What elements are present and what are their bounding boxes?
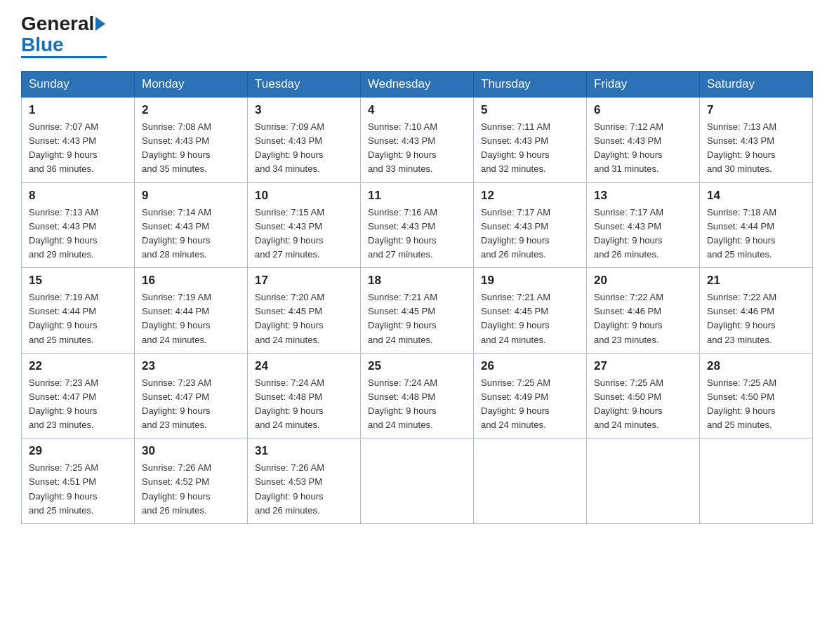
day-info: Sunrise: 7:12 AMSunset: 4:43 PMDaylight:… bbox=[594, 121, 663, 174]
day-info: Sunrise: 7:11 AMSunset: 4:43 PMDaylight:… bbox=[481, 121, 550, 174]
weekday-header-row: SundayMondayTuesdayWednesdayThursdayFrid… bbox=[22, 72, 813, 98]
day-number: 13 bbox=[594, 189, 692, 203]
calendar-cell: 30 Sunrise: 7:26 AMSunset: 4:52 PMDaylig… bbox=[135, 438, 248, 524]
calendar-cell bbox=[700, 438, 813, 524]
day-number: 18 bbox=[368, 274, 466, 288]
calendar-cell: 27 Sunrise: 7:25 AMSunset: 4:50 PMDaylig… bbox=[587, 353, 700, 438]
calendar-cell: 10 Sunrise: 7:15 AMSunset: 4:43 PMDaylig… bbox=[248, 182, 361, 268]
day-number: 30 bbox=[142, 444, 240, 458]
page-header: General Blue bbox=[21, 14, 813, 58]
day-number: 8 bbox=[29, 189, 127, 203]
weekday-header-tuesday: Tuesday bbox=[248, 72, 361, 98]
day-number: 1 bbox=[29, 103, 127, 117]
calendar-cell bbox=[587, 438, 700, 524]
calendar-cell: 28 Sunrise: 7:25 AMSunset: 4:50 PMDaylig… bbox=[700, 353, 813, 438]
calendar-cell: 9 Sunrise: 7:14 AMSunset: 4:43 PMDayligh… bbox=[135, 182, 248, 268]
calendar-cell: 15 Sunrise: 7:19 AMSunset: 4:44 PMDaylig… bbox=[22, 268, 135, 354]
day-number: 9 bbox=[142, 189, 240, 203]
calendar-cell: 14 Sunrise: 7:18 AMSunset: 4:44 PMDaylig… bbox=[700, 182, 813, 268]
day-number: 24 bbox=[255, 359, 353, 373]
calendar-cell: 31 Sunrise: 7:26 AMSunset: 4:53 PMDaylig… bbox=[248, 438, 361, 524]
weekday-header-thursday: Thursday bbox=[474, 72, 587, 98]
day-info: Sunrise: 7:07 AMSunset: 4:43 PMDaylight:… bbox=[29, 121, 98, 174]
day-number: 2 bbox=[142, 103, 240, 117]
week-row-4: 22 Sunrise: 7:23 AMSunset: 4:47 PMDaylig… bbox=[22, 353, 813, 438]
weekday-header-wednesday: Wednesday bbox=[361, 72, 474, 98]
calendar-cell: 12 Sunrise: 7:17 AMSunset: 4:43 PMDaylig… bbox=[474, 182, 587, 268]
calendar-cell bbox=[474, 438, 587, 524]
day-number: 14 bbox=[707, 189, 805, 203]
day-info: Sunrise: 7:24 AMSunset: 4:48 PMDaylight:… bbox=[255, 377, 324, 430]
day-info: Sunrise: 7:22 AMSunset: 4:46 PMDaylight:… bbox=[594, 292, 663, 344]
calendar-cell: 18 Sunrise: 7:21 AMSunset: 4:45 PMDaylig… bbox=[361, 268, 474, 354]
calendar-cell: 25 Sunrise: 7:24 AMSunset: 4:48 PMDaylig… bbox=[361, 353, 474, 438]
calendar-cell: 4 Sunrise: 7:10 AMSunset: 4:43 PMDayligh… bbox=[361, 98, 474, 183]
logo-underline bbox=[21, 56, 107, 58]
logo-blue-text: Blue bbox=[21, 35, 64, 55]
day-info: Sunrise: 7:26 AMSunset: 4:52 PMDaylight:… bbox=[142, 462, 211, 515]
day-info: Sunrise: 7:20 AMSunset: 4:45 PMDaylight:… bbox=[255, 292, 324, 344]
day-info: Sunrise: 7:25 AMSunset: 4:51 PMDaylight:… bbox=[29, 462, 98, 515]
calendar-cell: 23 Sunrise: 7:23 AMSunset: 4:47 PMDaylig… bbox=[135, 353, 248, 438]
day-number: 16 bbox=[142, 274, 240, 288]
day-number: 7 bbox=[707, 103, 805, 117]
calendar-cell: 24 Sunrise: 7:24 AMSunset: 4:48 PMDaylig… bbox=[248, 353, 361, 438]
week-row-2: 8 Sunrise: 7:13 AMSunset: 4:43 PMDayligh… bbox=[22, 182, 813, 268]
day-info: Sunrise: 7:23 AMSunset: 4:47 PMDaylight:… bbox=[29, 377, 98, 430]
calendar-cell: 26 Sunrise: 7:25 AMSunset: 4:49 PMDaylig… bbox=[474, 353, 587, 438]
week-row-3: 15 Sunrise: 7:19 AMSunset: 4:44 PMDaylig… bbox=[22, 268, 813, 354]
logo: General Blue bbox=[21, 14, 107, 58]
calendar-cell: 29 Sunrise: 7:25 AMSunset: 4:51 PMDaylig… bbox=[22, 438, 135, 524]
calendar-cell: 8 Sunrise: 7:13 AMSunset: 4:43 PMDayligh… bbox=[22, 182, 135, 268]
calendar-cell: 22 Sunrise: 7:23 AMSunset: 4:47 PMDaylig… bbox=[22, 353, 135, 438]
calendar-cell: 3 Sunrise: 7:09 AMSunset: 4:43 PMDayligh… bbox=[248, 98, 361, 183]
weekday-header-friday: Friday bbox=[587, 72, 700, 98]
calendar-cell: 16 Sunrise: 7:19 AMSunset: 4:44 PMDaylig… bbox=[135, 268, 248, 354]
day-number: 4 bbox=[368, 103, 466, 117]
day-info: Sunrise: 7:13 AMSunset: 4:43 PMDaylight:… bbox=[707, 121, 776, 174]
day-number: 5 bbox=[481, 103, 579, 117]
weekday-header-sunday: Sunday bbox=[22, 72, 135, 98]
day-number: 22 bbox=[29, 359, 127, 373]
day-info: Sunrise: 7:08 AMSunset: 4:43 PMDaylight:… bbox=[142, 121, 211, 174]
day-info: Sunrise: 7:17 AMSunset: 4:43 PMDaylight:… bbox=[481, 207, 550, 260]
day-number: 10 bbox=[255, 189, 353, 203]
day-number: 31 bbox=[255, 444, 353, 458]
day-number: 15 bbox=[29, 274, 127, 288]
calendar-table: SundayMondayTuesdayWednesdayThursdayFrid… bbox=[21, 71, 813, 524]
weekday-header-monday: Monday bbox=[135, 72, 248, 98]
day-number: 6 bbox=[594, 103, 692, 117]
day-info: Sunrise: 7:14 AMSunset: 4:43 PMDaylight:… bbox=[142, 207, 211, 260]
calendar-cell: 2 Sunrise: 7:08 AMSunset: 4:43 PMDayligh… bbox=[135, 98, 248, 183]
calendar-cell: 19 Sunrise: 7:21 AMSunset: 4:45 PMDaylig… bbox=[474, 268, 587, 354]
day-info: Sunrise: 7:18 AMSunset: 4:44 PMDaylight:… bbox=[707, 207, 776, 260]
calendar-cell: 20 Sunrise: 7:22 AMSunset: 4:46 PMDaylig… bbox=[587, 268, 700, 354]
day-number: 20 bbox=[594, 274, 692, 288]
calendar-cell: 11 Sunrise: 7:16 AMSunset: 4:43 PMDaylig… bbox=[361, 182, 474, 268]
day-info: Sunrise: 7:13 AMSunset: 4:43 PMDaylight:… bbox=[29, 207, 98, 260]
day-info: Sunrise: 7:23 AMSunset: 4:47 PMDaylight:… bbox=[142, 377, 211, 430]
calendar-cell: 5 Sunrise: 7:11 AMSunset: 4:43 PMDayligh… bbox=[474, 98, 587, 183]
day-info: Sunrise: 7:19 AMSunset: 4:44 PMDaylight:… bbox=[142, 292, 211, 344]
day-info: Sunrise: 7:24 AMSunset: 4:48 PMDaylight:… bbox=[368, 377, 437, 430]
day-number: 27 bbox=[594, 359, 692, 373]
day-number: 19 bbox=[481, 274, 579, 288]
day-info: Sunrise: 7:09 AMSunset: 4:43 PMDaylight:… bbox=[255, 121, 324, 174]
day-number: 17 bbox=[255, 274, 353, 288]
calendar-cell: 13 Sunrise: 7:17 AMSunset: 4:43 PMDaylig… bbox=[587, 182, 700, 268]
day-info: Sunrise: 7:15 AMSunset: 4:43 PMDaylight:… bbox=[255, 207, 324, 260]
day-info: Sunrise: 7:26 AMSunset: 4:53 PMDaylight:… bbox=[255, 462, 324, 515]
day-number: 26 bbox=[481, 359, 579, 373]
calendar-cell: 21 Sunrise: 7:22 AMSunset: 4:46 PMDaylig… bbox=[700, 268, 813, 354]
calendar-cell: 1 Sunrise: 7:07 AMSunset: 4:43 PMDayligh… bbox=[22, 98, 135, 183]
calendar-cell: 17 Sunrise: 7:20 AMSunset: 4:45 PMDaylig… bbox=[248, 268, 361, 354]
day-number: 12 bbox=[481, 189, 579, 203]
weekday-header-saturday: Saturday bbox=[700, 72, 813, 98]
day-info: Sunrise: 7:16 AMSunset: 4:43 PMDaylight:… bbox=[368, 207, 437, 260]
week-row-1: 1 Sunrise: 7:07 AMSunset: 4:43 PMDayligh… bbox=[22, 98, 813, 183]
day-number: 23 bbox=[142, 359, 240, 373]
day-info: Sunrise: 7:21 AMSunset: 4:45 PMDaylight:… bbox=[481, 292, 550, 344]
day-number: 21 bbox=[707, 274, 805, 288]
day-info: Sunrise: 7:25 AMSunset: 4:50 PMDaylight:… bbox=[707, 377, 776, 430]
week-row-5: 29 Sunrise: 7:25 AMSunset: 4:51 PMDaylig… bbox=[22, 438, 813, 524]
